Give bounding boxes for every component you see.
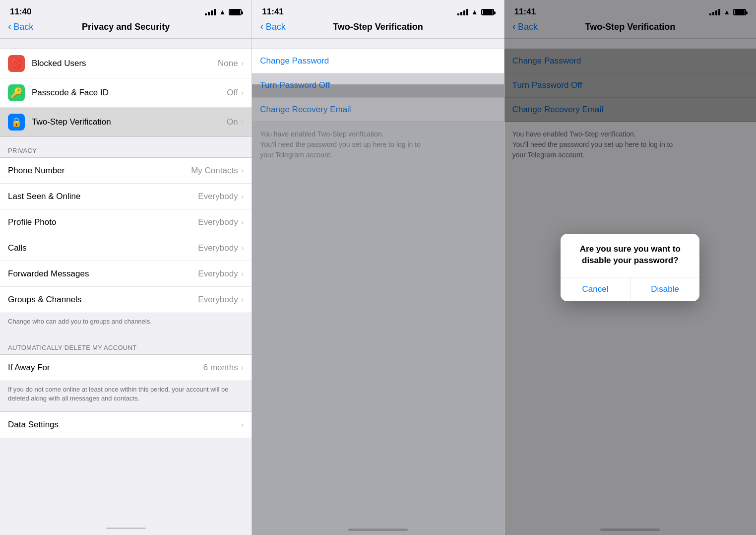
status-bar-1: 11:40 ▲	[0, 0, 252, 20]
nav-bar-1: ‹ Back Privacy and Security	[0, 20, 252, 39]
back-button-2[interactable]: ‹ Back	[260, 22, 285, 32]
back-label-1: Back	[13, 22, 33, 32]
forwarded-messages-value: Everybody	[198, 269, 238, 279]
status-icons-1: ▲	[205, 8, 242, 16]
groups-channels-value: Everybody	[198, 295, 238, 305]
security-list: 🚫 Blocked Users None › 🔑 Passcode & Face…	[0, 49, 252, 137]
two-step-label: Two-Step Verification	[32, 117, 227, 127]
privacy-section-header: PRIVACY	[0, 137, 252, 157]
phone-number-label: Phone Number	[8, 166, 191, 176]
panel-two-step-3: 11:41 ▲ ‹ Back Two-Step Verification Cha…	[504, 0, 756, 535]
data-settings-item[interactable]: Data Settings ›	[0, 412, 252, 438]
home-indicator-1	[0, 522, 252, 535]
disable-button[interactable]: Disable	[630, 277, 700, 301]
if-away-for-item[interactable]: If Away For 6 months ›	[0, 355, 252, 381]
blocked-users-chevron: ›	[241, 59, 244, 68]
panel-privacy-security: 11:40 ▲ ‹ Back Privacy and Security	[0, 0, 252, 535]
auto-delete-header: AUTOMATICALLY DELETE MY ACCOUNT	[0, 334, 252, 354]
if-away-for-label: If Away For	[8, 363, 203, 373]
dialog-title: Are you sure you want to disable your pa…	[570, 244, 690, 266]
blocked-users-item[interactable]: 🚫 Blocked Users None ›	[0, 49, 252, 78]
two-step-chevron: ›	[241, 117, 244, 127]
privacy-footer: Change who can add you to groups and cha…	[0, 313, 252, 334]
home-indicator-3	[504, 525, 756, 535]
calls-label: Calls	[8, 243, 198, 253]
signal-icon-1	[205, 9, 216, 15]
panel-two-step-2: 11:41 ▲ ‹ Back Two-Step Verification Cha…	[252, 0, 504, 535]
auto-delete-list: If Away For 6 months ›	[0, 354, 252, 381]
signal-icon-2	[457, 9, 468, 15]
passcode-chevron: ›	[241, 88, 244, 98]
status-bar-2: 11:41 ▲	[252, 0, 504, 20]
back-label-2: Back	[266, 22, 286, 32]
data-settings-label: Data Settings	[8, 420, 241, 430]
battery-icon-1	[229, 9, 242, 15]
nav-bar-2: ‹ Back Two-Step Verification	[252, 20, 504, 39]
dialog-body: Are you sure you want to disable your pa…	[561, 234, 699, 276]
passcode-label: Passcode & Face ID	[32, 88, 227, 98]
blocked-users-value: None	[218, 59, 238, 68]
status-icons-2: ▲	[457, 8, 494, 16]
profile-photo-value: Everybody	[198, 217, 238, 227]
groups-channels-item[interactable]: Groups & Channels Everybody ›	[0, 287, 252, 313]
phone-number-item[interactable]: Phone Number My Contacts ›	[0, 158, 252, 184]
last-seen-value: Everybody	[198, 192, 238, 201]
two-step-icon: 🔒	[8, 114, 25, 131]
two-step-item[interactable]: 🔒 Two-Step Verification On ›	[0, 108, 252, 136]
home-indicator-2	[252, 525, 504, 535]
cancel-button[interactable]: Cancel	[561, 277, 630, 301]
passcode-icon: 🔑	[8, 84, 25, 101]
status-time-2: 11:41	[262, 7, 283, 17]
forwarded-messages-label: Forwarded Messages	[8, 269, 198, 279]
privacy-security-content: 🚫 Blocked Users None › 🔑 Passcode & Face…	[0, 39, 252, 522]
last-seen-item[interactable]: Last Seen & Online Everybody ›	[0, 184, 252, 209]
dialog-buttons: Cancel Disable	[561, 277, 699, 301]
two-step-menu-2: Change Password Turn Password Off Change…	[252, 49, 504, 122]
groups-channels-label: Groups & Channels	[8, 295, 198, 305]
auto-delete-footer: If you do not come online at least once …	[0, 381, 252, 411]
passcode-item[interactable]: 🔑 Passcode & Face ID Off ›	[0, 78, 252, 108]
two-step-value: On	[227, 117, 238, 127]
turn-password-off-item-2[interactable]: Turn Password Off	[252, 73, 504, 98]
calls-item[interactable]: Calls Everybody ›	[0, 235, 252, 261]
phone-number-value: My Contacts	[191, 166, 238, 176]
privacy-list: Phone Number My Contacts › Last Seen & O…	[0, 157, 252, 313]
battery-icon-2	[481, 9, 494, 15]
passcode-value: Off	[227, 88, 238, 98]
data-settings-list: Data Settings ›	[0, 411, 252, 438]
back-chevron-2: ‹	[260, 21, 263, 32]
last-seen-label: Last Seen & Online	[8, 192, 198, 201]
nav-title-2: Two-Step Verification	[333, 22, 423, 32]
forwarded-messages-item[interactable]: Forwarded Messages Everybody ›	[0, 261, 252, 287]
back-button-1[interactable]: ‹ Back	[8, 22, 33, 32]
two-step-description-2: You have enabled Two-Step verification. …	[252, 122, 504, 167]
calls-value: Everybody	[198, 243, 238, 253]
back-chevron-1: ‹	[8, 21, 11, 32]
change-recovery-email-item-2[interactable]: Change Recovery Email	[252, 98, 504, 122]
blocked-users-label: Blocked Users	[32, 59, 218, 68]
change-password-item-2[interactable]: Change Password	[252, 49, 504, 73]
wifi-icon-2: ▲	[471, 8, 478, 16]
profile-photo-item[interactable]: Profile Photo Everybody ›	[0, 209, 252, 235]
if-away-for-value: 6 months	[203, 363, 238, 373]
wifi-icon-1: ▲	[219, 8, 226, 16]
status-time-1: 11:40	[10, 7, 31, 17]
confirm-dialog: Are you sure you want to disable your pa…	[561, 234, 699, 301]
blocked-users-icon: 🚫	[8, 55, 25, 72]
profile-photo-label: Profile Photo	[8, 217, 198, 227]
dialog-overlay: Are you sure you want to disable your pa…	[504, 0, 756, 535]
nav-title-1: Privacy and Security	[82, 22, 170, 32]
